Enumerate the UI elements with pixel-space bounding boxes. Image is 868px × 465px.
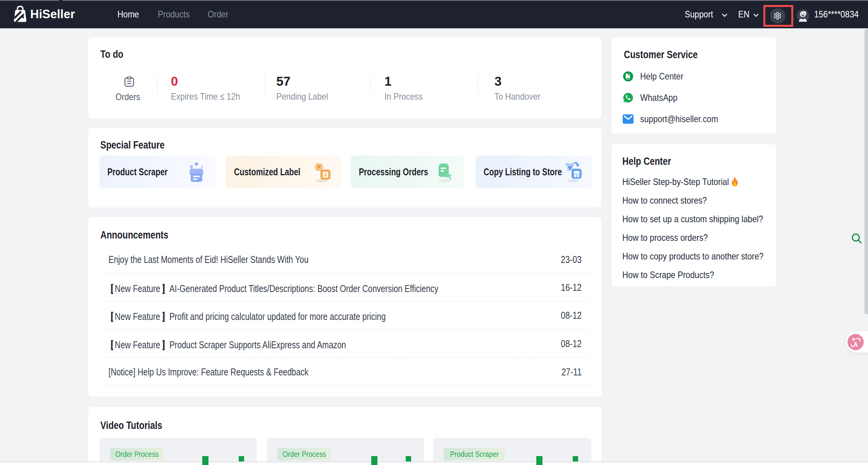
svg-text:A: A: [853, 341, 858, 348]
